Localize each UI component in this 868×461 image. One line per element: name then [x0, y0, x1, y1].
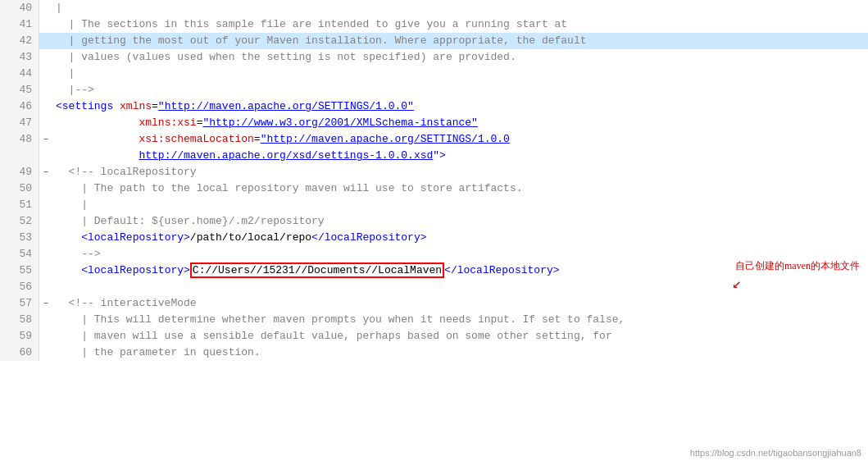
collapse-40	[39, 0, 52, 16]
code-line-48: 48 − xsi:schemaLocation="http://maven.ap…	[0, 131, 868, 148]
line-number-40: 40	[0, 0, 39, 16]
line-number-50: 50	[0, 180, 39, 197]
code-line-57: 57 − <!-- interactiveMode	[0, 295, 868, 312]
line-content-43: | values (values used when the setting i…	[52, 49, 868, 66]
line-number-52: 52	[0, 213, 39, 230]
line-content-59: | maven will use a sensible default valu…	[52, 328, 868, 345]
code-line-51: 51 |	[0, 197, 868, 213]
code-line-41: 41 | The sections in this sample file ar…	[0, 16, 868, 33]
line-number-53: 53	[0, 230, 39, 246]
code-line-53: 53 <localRepository>/path/to/local/repo<…	[0, 230, 868, 246]
line-number-55: 55	[0, 262, 39, 279]
code-line-60: 60 | the parameter in question.	[0, 345, 868, 361]
line-number-46: 46	[0, 98, 39, 115]
code-line-52: 52 | Default: ${user.home}/.m2/repositor…	[0, 213, 868, 230]
code-line-48-cont: http://maven.apache.org/xsd/settings-1.0…	[0, 148, 868, 164]
code-line-45: 45 |-->	[0, 82, 868, 98]
collapse-50	[39, 180, 52, 197]
line-content-41: | The sections in this sample file are i…	[52, 16, 868, 33]
collapse-52	[39, 213, 52, 230]
collapse-48[interactable]: −	[39, 131, 52, 148]
code-line-46: 46 <settings xmlns="http://maven.apache.…	[0, 98, 868, 115]
code-line-43: 43 | values (values used when the settin…	[0, 49, 868, 66]
line-content-45: |-->	[52, 82, 868, 98]
watermark: https://blog.csdn.net/tigaobansongjiahua…	[690, 448, 861, 458]
line-content-44: |	[52, 66, 868, 82]
line-content-47: xmlns:xsi="http://www.w3.org/2001/XMLSch…	[52, 115, 868, 131]
line-number-58: 58	[0, 312, 39, 328]
line-content-60: | the parameter in question.	[52, 345, 868, 361]
line-number-57: 57	[0, 295, 39, 312]
code-line-58: 58 | This will determine whether maven p…	[0, 312, 868, 328]
code-line-49: 49 − <!-- localRepository	[0, 164, 868, 180]
collapse-51	[39, 197, 52, 213]
line-number-43: 43	[0, 49, 39, 66]
line-number-51: 51	[0, 197, 39, 213]
collapse-60	[39, 345, 52, 361]
code-line-50: 50 | The path to the local repository ma…	[0, 180, 868, 197]
line-number-56: 56	[0, 279, 39, 295]
line-content-50: | The path to the local repository maven…	[52, 180, 868, 197]
line-content-48: xsi:schemaLocation="http://maven.apache.…	[52, 131, 868, 148]
line-content-57: <!-- interactiveMode	[52, 295, 868, 312]
line-number-41: 41	[0, 16, 39, 33]
collapse-58	[39, 312, 52, 328]
line-content-52: | Default: ${user.home}/.m2/repository	[52, 213, 868, 230]
collapse-41	[39, 16, 52, 33]
line-content-51: |	[52, 197, 868, 213]
code-editor: 40 | 41 | The sections in this sample fi…	[0, 0, 868, 461]
line-content-56	[52, 279, 868, 295]
code-line-47: 47 xmlns:xsi="http://www.w3.org/2001/XML…	[0, 115, 868, 131]
collapse-54	[39, 246, 52, 262]
collapse-53	[39, 230, 52, 246]
collapse-42	[39, 33, 52, 49]
line-number-48-cont	[0, 148, 39, 164]
collapse-49[interactable]: −	[39, 164, 52, 180]
annotation-text: 自己创建的maven的本地文件	[735, 259, 860, 273]
line-number-45: 45	[0, 82, 39, 98]
code-line-40: 40 |	[0, 0, 868, 16]
collapse-55	[39, 262, 52, 279]
line-number-59: 59	[0, 328, 39, 345]
line-number-47: 47	[0, 115, 39, 131]
collapse-48-cont	[39, 148, 52, 164]
line-content-40: |	[52, 0, 868, 16]
line-content-53: <localRepository>/path/to/local/repo</lo…	[52, 230, 868, 246]
collapse-47	[39, 115, 52, 131]
line-number-60: 60	[0, 345, 39, 361]
code-line-56: 56	[0, 279, 868, 295]
line-number-44: 44	[0, 66, 39, 82]
line-number-49: 49	[0, 164, 39, 180]
line-content-48-cont: http://maven.apache.org/xsd/settings-1.0…	[52, 148, 868, 164]
collapse-43	[39, 49, 52, 66]
line-content-42: | getting the most out of your Maven ins…	[52, 33, 868, 49]
code-lines: 40 | 41 | The sections in this sample fi…	[0, 0, 868, 361]
collapse-44	[39, 66, 52, 82]
line-content-58: | This will determine whether maven prom…	[52, 312, 868, 328]
line-content-46: <settings xmlns="http://maven.apache.org…	[52, 98, 868, 115]
collapse-57[interactable]: −	[39, 295, 52, 312]
code-line-42: 42 | getting the most out of your Maven …	[0, 33, 868, 49]
collapse-59	[39, 328, 52, 345]
collapse-45	[39, 82, 52, 98]
code-line-59: 59 | maven will use a sensible default v…	[0, 328, 868, 345]
line-content-49: <!-- localRepository	[52, 164, 868, 180]
line-number-54: 54	[0, 246, 39, 262]
collapse-56	[39, 279, 52, 295]
line-number-48: 48	[0, 131, 39, 148]
code-line-55: 55 <localRepository>C://Users//15231//Do…	[0, 262, 868, 279]
code-line-44: 44 |	[0, 66, 868, 82]
collapse-46	[39, 98, 52, 115]
line-number-42: 42	[0, 33, 39, 49]
